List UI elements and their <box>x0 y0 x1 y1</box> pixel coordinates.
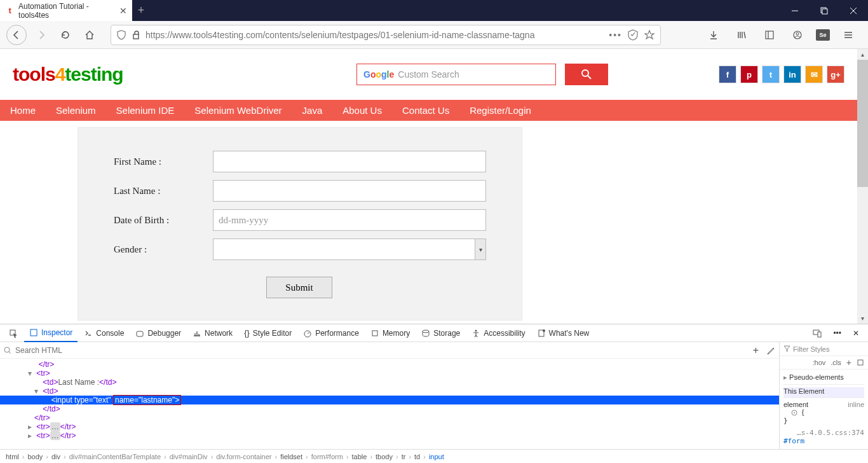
shield-icon <box>116 30 126 40</box>
gender-label: Gender : <box>114 244 213 255</box>
search-icon <box>4 347 11 354</box>
devtools-tab-storage[interactable]: Storage <box>416 324 465 342</box>
devtools-search-bar: + <box>0 342 779 359</box>
svg-point-27 <box>794 412 795 413</box>
svg-line-24 <box>9 352 11 354</box>
back-button[interactable] <box>6 25 27 45</box>
svg-point-17 <box>423 330 429 333</box>
svg-line-11 <box>588 76 591 79</box>
eyedropper-icon[interactable] <box>766 346 775 355</box>
scroll-up-icon[interactable]: ▴ <box>857 49 868 60</box>
site-logo[interactable]: tools4testing <box>13 64 123 85</box>
devtools-tab-inspector[interactable]: Inspector <box>24 324 78 342</box>
devtools-more-icon[interactable]: ••• <box>828 324 846 342</box>
downloads-icon[interactable] <box>704 25 723 45</box>
chevron-down-icon: ▾ <box>475 238 486 260</box>
scroll-down-icon[interactable]: ▾ <box>857 313 868 324</box>
nav-selenium-webdriver[interactable]: Selenium WebDriver <box>194 105 281 116</box>
home-button[interactable] <box>80 25 99 45</box>
nav-selenium-ide[interactable]: Selenium IDE <box>116 105 175 116</box>
hamburger-menu-icon[interactable] <box>839 25 858 45</box>
submit-button[interactable]: Submit <box>266 277 332 298</box>
site-header: tools4testing Google Custom Search f p t… <box>0 49 857 100</box>
reader-icon[interactable] <box>627 29 639 41</box>
google-logo-icon: Google <box>363 69 394 79</box>
scroll-thumb[interactable] <box>857 60 868 187</box>
pinterest-icon[interactable]: p <box>740 66 758 83</box>
svg-rect-14 <box>137 331 143 336</box>
tab-favicon: t <box>5 6 15 16</box>
facebook-icon[interactable]: f <box>719 66 736 83</box>
funnel-icon <box>783 345 790 352</box>
new-tab-button[interactable]: + <box>132 1 150 19</box>
this-element-label: This Element <box>783 387 864 398</box>
dob-input[interactable] <box>213 209 486 231</box>
main-nav: Home Selenium Selenium IDE Selenium WebD… <box>0 100 857 121</box>
devtools-tabs: Inspector Console Debugger Network {}Sty… <box>0 324 868 342</box>
print-sim-icon[interactable] <box>857 359 864 366</box>
add-rule-icon[interactable]: + <box>846 357 851 368</box>
devtools-tab-whatsnew[interactable]: What's New <box>532 324 595 342</box>
browser-titlebar: t Automation Tutorial - tools4tes ✕ + <box>0 0 868 21</box>
search-button[interactable] <box>565 64 608 85</box>
gender-select[interactable] <box>213 238 486 260</box>
devtools-tab-network[interactable]: Network <box>187 324 238 342</box>
form-card: First Name : Last Name : Date of Birth :… <box>78 127 522 321</box>
devtools-close-icon[interactable]: ✕ <box>848 324 864 342</box>
google-custom-search-input[interactable]: Google Custom Search <box>356 64 556 85</box>
toolbar-right-icons: Se <box>704 25 862 45</box>
nav-contact[interactable]: Contact Us <box>402 105 449 116</box>
devtools-inspect-picker[interactable] <box>4 324 23 342</box>
browser-tab[interactable]: t Automation Tutorial - tools4tes ✕ <box>0 0 132 21</box>
devtools-tab-performance[interactable]: Performance <box>298 324 364 342</box>
page-scrollbar[interactable]: ▴ ▾ <box>857 49 868 324</box>
social-icons: f p t in ✉ g+ <box>719 66 844 83</box>
devtools-dom-tree[interactable]: </tr> ▾ <tr> <td>Last Name :</td> ▾ <td>… <box>0 359 779 449</box>
linkedin-icon[interactable]: in <box>783 66 801 83</box>
url-text: https://www.tools4testing.com/contents/s… <box>146 30 604 40</box>
devtools-tab-style-editor[interactable]: {}Style Editor <box>239 324 297 342</box>
hov-toggle[interactable]: :hov <box>813 359 826 366</box>
lock-icon <box>132 31 140 39</box>
selenium-ide-icon[interactable]: Se <box>816 29 830 41</box>
svg-point-23 <box>4 347 10 352</box>
devtools-search-input[interactable] <box>15 346 745 355</box>
cls-toggle[interactable]: .cls <box>831 359 841 366</box>
window-close-button[interactable] <box>839 0 868 21</box>
devtools-tab-accessibility[interactable]: Accessibility <box>466 324 530 342</box>
nav-home[interactable]: Home <box>10 105 36 116</box>
library-icon[interactable] <box>732 25 751 45</box>
twitter-icon[interactable]: t <box>762 66 780 83</box>
devtools-responsive-icon[interactable] <box>808 324 827 342</box>
svg-rect-5 <box>133 34 139 39</box>
add-node-icon[interactable]: + <box>749 345 763 356</box>
window-minimize-button[interactable] <box>780 0 810 21</box>
window-maximize-button[interactable] <box>810 0 839 21</box>
devtools-selected-node[interactable]: <input type="text" name="lastname"> <box>0 396 779 404</box>
nav-selenium[interactable]: Selenium <box>56 105 96 116</box>
devtools-tab-debugger[interactable]: Debugger <box>130 324 186 342</box>
devtools-breadcrumb[interactable]: html› body› div› div#mainContentBarTempl… <box>0 449 868 463</box>
sidebar-icon[interactable] <box>760 25 779 45</box>
first-name-label: First Name : <box>114 156 213 167</box>
url-more-icon[interactable]: ••• <box>609 30 622 40</box>
devtools-tab-memory[interactable]: Memory <box>365 324 415 342</box>
email-icon[interactable]: ✉ <box>805 66 823 83</box>
nav-about[interactable]: About Us <box>342 105 382 116</box>
svg-point-20 <box>543 329 545 332</box>
url-bar[interactable]: https://www.tools4testing.com/contents/s… <box>111 25 661 45</box>
svg-point-18 <box>475 329 477 331</box>
svg-rect-6 <box>766 31 773 39</box>
last-name-input[interactable] <box>213 180 486 202</box>
nav-java[interactable]: Java <box>302 105 323 116</box>
nav-register[interactable]: Register/Login <box>470 105 531 116</box>
reload-button[interactable] <box>56 25 75 45</box>
googleplus-icon[interactable]: g+ <box>827 66 844 83</box>
filter-styles-label[interactable]: Filter Styles <box>793 345 829 353</box>
tab-close-icon[interactable]: ✕ <box>119 6 127 16</box>
bookmark-star-icon[interactable] <box>644 29 655 41</box>
first-name-input[interactable] <box>213 151 486 172</box>
devtools-tab-console[interactable]: Console <box>79 324 129 342</box>
account-icon[interactable] <box>788 25 807 45</box>
pseudo-elements-label[interactable]: Pseudo-elements <box>789 373 844 381</box>
